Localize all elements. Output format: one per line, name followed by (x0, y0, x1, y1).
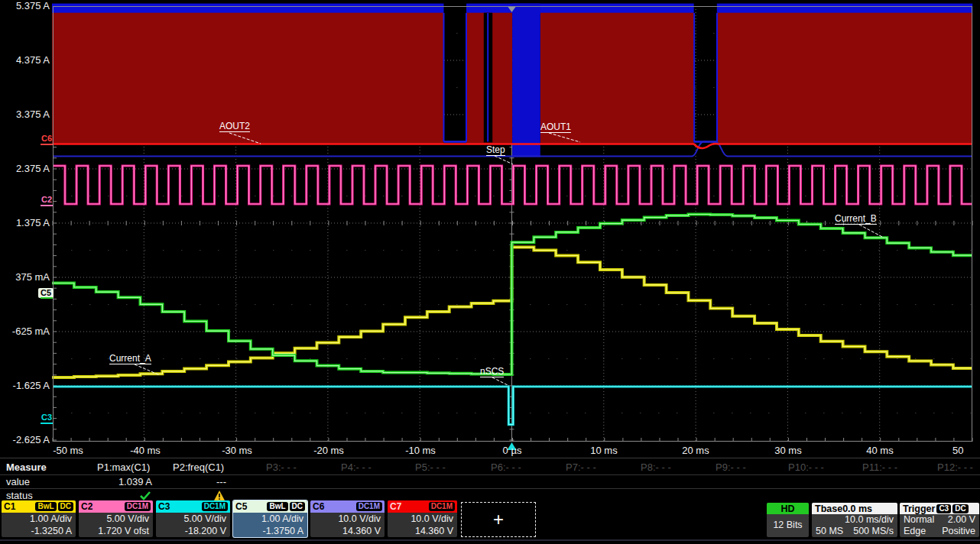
amplitude-tick-label: 3.375 A (1, 109, 50, 119)
measure-column-p1[interactable]: P1:max(C1) (97, 461, 150, 473)
coupling-badge: BwL (267, 502, 287, 511)
channel-offset-label: 1.720 V ofst (79, 526, 153, 538)
channel-header-c2: C2DC1M (79, 500, 153, 513)
waveform-grid[interactable] (0, 0, 980, 458)
trace-label-aout1: AOUT1 (540, 122, 571, 133)
trace-label-current_b: Current_B (835, 214, 877, 225)
measure-column-p3[interactable]: P3:- - - (266, 461, 297, 473)
measure-column-p2[interactable]: P2:freq(C1) (173, 461, 224, 473)
trigger-type: Edge (904, 526, 926, 537)
channel-header-c5: C5BwLDC (233, 500, 307, 513)
channel-header-c3: C3DC1M (156, 500, 230, 513)
measure-table: Measure value status P1:max(C1)1.039 AP2… (0, 458, 980, 501)
time-tick-label: -10 ms (405, 445, 436, 456)
time-tick-label: 40 ms (866, 445, 893, 456)
trigger-box[interactable]: Trigger C3 DC Normal 2.00 V Edge Positiv… (900, 503, 979, 537)
measure-column-p10[interactable]: P10:- - - (788, 461, 824, 473)
channel-header-c7: C7DC1M (388, 500, 457, 513)
channel-offset-label: 14.360 V (388, 526, 457, 538)
measure-column-p12[interactable]: P12:- - - (937, 461, 973, 473)
time-tick-label: -40 ms (130, 445, 161, 456)
amplitude-tick-label: 2.375 A (1, 164, 50, 173)
value-row-title: value (6, 476, 30, 487)
measure-value: 1.039 A (97, 476, 152, 487)
trace-label-nscs: nSCS (480, 367, 504, 377)
coupling-badge: DC (58, 502, 73, 511)
trigger-title: Trigger (903, 504, 935, 514)
acquisition-box[interactable]: HD 12 Bits (767, 503, 809, 537)
channel-marker-c2[interactable]: C2 (41, 196, 52, 204)
channel-box-c5[interactable]: C5BwLDC1.00 A/div-1.3750 A (233, 500, 307, 537)
channel-id-label: C5 (235, 501, 247, 512)
channel-box-c6[interactable]: C6DC1M10.0 V/div14.360 V (310, 500, 385, 537)
channel-scale-label: 5.00 V/div (79, 513, 153, 526)
channel-box-c2[interactable]: C2DC1M5.00 V/div1.720 V ofst (79, 500, 153, 537)
measure-column-p5[interactable]: P5:- - - (415, 461, 446, 473)
coupling-badge: DC (290, 502, 305, 511)
measure-column-p4[interactable]: P4:- - - (341, 461, 372, 473)
channel-scale-label: 10.0 V/div (310, 513, 385, 526)
amplitude-tick-label: -625 mA (1, 326, 50, 336)
channel-box-c7[interactable]: C7DC1M10.0 V/div14.360 V (388, 500, 457, 537)
channel-offset-label: -18.200 V (156, 526, 230, 538)
channel-id-label: C6 (313, 501, 324, 512)
timebase-box[interactable]: Tbase 0.0 ms 10.0 ms/div 50 MS 500 MS/s (812, 503, 897, 537)
measure-column-p9[interactable]: P9:- - - (716, 461, 746, 473)
channel-marker-bar (41, 297, 53, 299)
channel-header-c1: C1BwLDC (2, 500, 76, 513)
coupling-badge: DC1M (356, 502, 382, 511)
hd-mode-badge: HD (767, 503, 809, 514)
channel-id-label: C3 (158, 501, 170, 512)
channel-marker-c3[interactable]: C3 (41, 413, 52, 422)
channel-header-c6: C6DC1M (310, 500, 385, 513)
timebase-rate: 500 MS/s (853, 526, 894, 537)
trigger-level: 2.00 V (948, 514, 975, 526)
channel-id-label: C2 (81, 501, 92, 512)
time-tick-label: 0 µs (503, 445, 522, 456)
amplitude-tick-label: -1.625 A (1, 380, 50, 390)
status-row-title: status (6, 490, 33, 501)
amplitude-tick-label: 5.375 A (1, 1, 50, 11)
channel-box-c1[interactable]: C1BwLDC1.00 A/div-1.3250 A (2, 500, 76, 537)
channel-marker-bar (41, 205, 53, 206)
trigger-coupling-badge: DC (952, 504, 968, 513)
amplitude-tick-label: 375 mA (1, 272, 50, 282)
time-tick-label: -20 ms (313, 445, 344, 456)
plus-icon: + (493, 509, 504, 530)
amplitude-tick-label: 1.375 A (1, 218, 50, 228)
bottom-divider (0, 539, 980, 541)
channel-box-c3[interactable]: C3DC1M5.00 V/div-18.200 V (156, 500, 230, 537)
trace-label-current_a: Current_A (109, 354, 151, 364)
channel-offset-label: 14.360 V (310, 526, 385, 538)
trigger-source-badge: C3 (936, 504, 951, 513)
timebase-title: Tbase (815, 504, 842, 514)
bit-depth-label: 12 Bits (767, 514, 809, 536)
add-channel-button[interactable]: + (461, 502, 536, 537)
channel-marker-bar (41, 144, 53, 145)
measure-column-p11[interactable]: P11:- - - (862, 461, 897, 473)
channel-id-label: C1 (4, 501, 15, 512)
measure-column-p6[interactable]: P6:- - - (491, 461, 521, 473)
time-tick-label: 20 ms (682, 445, 709, 456)
coupling-badge: BwL (35, 502, 56, 511)
channel-offset-label: -1.3250 A (2, 526, 76, 538)
channel-offset-label: -1.3750 A (233, 526, 307, 538)
measure-column-p8[interactable]: P8:- - - (641, 461, 671, 473)
time-tick-label: -50 ms (53, 445, 83, 456)
timebase-scale: 10.0 ms/div (845, 514, 894, 526)
time-tick-label: 30 ms (774, 445, 801, 456)
channel-marker-c6[interactable]: C6 (41, 134, 52, 143)
timebase-samples: 50 MS (816, 526, 843, 537)
channel-marker-bar (41, 423, 53, 424)
trigger-slope: Positive (942, 526, 975, 537)
trace-label-step: Step (486, 145, 505, 156)
measure-row-title: Measure (6, 461, 47, 473)
amplitude-tick-label: 4.375 A (1, 55, 50, 65)
waveform-area: 5.375 A4.375 A3.375 A2.375 A1.375 A375 m… (0, 0, 980, 458)
time-tick-label: -30 ms (222, 445, 252, 456)
channel-id-label: C7 (390, 501, 401, 512)
channel-scale-label: 5.00 V/div (156, 513, 230, 526)
channel-scale-label: 1.00 A/div (233, 513, 307, 526)
trace-step (54, 166, 972, 204)
measure-column-p7[interactable]: P7:- - - (566, 461, 596, 473)
